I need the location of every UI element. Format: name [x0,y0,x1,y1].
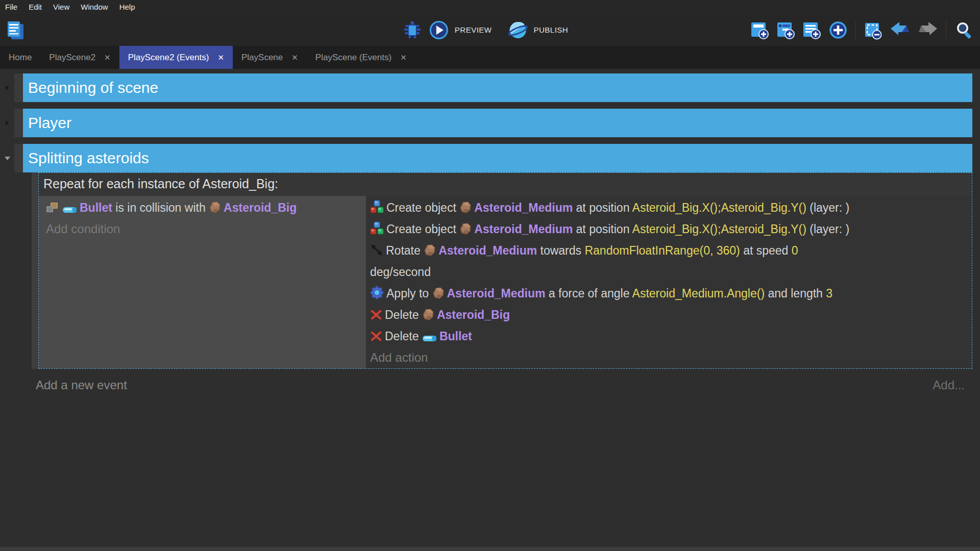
text-segment: Asteroid_Medium [474,201,573,214]
toolbar-left [0,19,27,41]
text-segment: Asteroid_Medium [438,244,537,257]
text-segment: a force of angle [545,287,632,300]
text-segment: (layer: ) [806,201,849,214]
text-segment: Apply to [386,287,432,300]
menu-item-file[interactable]: File [5,2,23,12]
collision-icon [46,202,60,214]
text-segment: Asteroid_Big [437,308,510,321]
text-segment: Create object [386,201,459,214]
action-row[interactable]: Delete Asteroid_Big [366,304,972,325]
group-indent [14,109,23,137]
redo-icon[interactable] [916,19,940,41]
triangle-down-icon[interactable] [0,144,14,172]
publish-globe-icon[interactable] [506,19,529,41]
close-icon[interactable]: ✕ [104,54,111,61]
add-action-button[interactable]: Add action [366,347,972,368]
repeat-event-selected[interactable]: Repeat for each instance of Asteroid_Big… [38,172,972,369]
tab-playscene-events[interactable]: PlayScene (Events)✕ [307,46,415,69]
tab-home[interactable]: Home [0,46,40,69]
text-segment: Create object [386,222,459,236]
rotate-icon [370,243,383,257]
add-dropdown-button[interactable]: Add... [933,378,965,392]
events-footer: Add a new event Add... [0,378,972,392]
text-segment: Bullet [80,201,112,214]
toolbar-separator [946,21,946,39]
add-event-icon[interactable] [749,19,770,41]
tab-playscene[interactable]: PlayScene✕ [233,46,307,69]
text-segment: (layer: ) [806,222,849,236]
text-segment: at speed [740,244,792,257]
menu-item-view[interactable]: View [47,2,75,12]
search-icon[interactable] [952,19,976,41]
text-segment: Asteroid_Medium.Angle() [632,287,765,300]
create-icon [370,200,384,214]
preview-button[interactable]: PREVIEW [455,26,492,34]
condition-row[interactable]: Bullet is in collision with Asteroid_Big [39,197,366,218]
debug-icon[interactable] [402,19,423,41]
add-circle-icon[interactable] [827,19,849,41]
action-row[interactable]: Rotate Asteroid_Medium towards RandomFlo… [366,240,972,283]
text-segment: at position [573,222,632,236]
bullet-icon [62,206,77,214]
asteroid-icon [432,287,445,299]
toolbar-separator [855,21,856,39]
group-bar-title[interactable]: Beginning of scene [23,73,972,102]
add-condition-button[interactable]: Add condition [39,218,366,240]
repeat-event-body: Bullet is in collision with Asteroid_Big… [39,196,972,368]
triangle-right-icon[interactable] [0,109,14,137]
group-indent [14,144,23,172]
tab-playscene2-events[interactable]: PlayScene2 (Events)✕ [119,46,233,69]
action-row[interactable]: Create object Asteroid_Medium at positio… [366,197,972,218]
repeat-event-header[interactable]: Repeat for each instance of Asteroid_Big… [39,173,972,196]
menu-item-help[interactable]: Help [114,2,141,12]
tab-label: PlayScene (Events) [315,53,391,63]
triangle-right-icon[interactable] [0,73,14,102]
group-bar-title[interactable]: Player [23,109,972,137]
conditions-column: Bullet is in collision with Asteroid_Big… [39,196,366,368]
add-new-event-button[interactable]: Add a new event [36,378,127,392]
asteroid-icon [422,309,434,321]
publish-button[interactable]: PUBLISH [533,26,568,34]
menu-item-edit[interactable]: Edit [23,2,47,12]
text-segment: 0 [792,244,798,257]
text-segment: at position [573,201,632,214]
toolbar: PREVIEW PUBLISH [0,14,980,46]
event-group-splitting-asteroids: Splitting asteroids [0,144,972,172]
menu-item-window[interactable]: Window [75,2,113,12]
close-icon[interactable]: ✕ [217,54,224,61]
actions-column: Create object Asteroid_Medium at positio… [366,196,972,368]
text-segment: Bullet [439,330,472,343]
text-segment: Asteroid_Medium [474,222,573,236]
add-subevent-icon[interactable] [775,19,796,41]
tab-playscene2[interactable]: PlayScene2✕ [40,46,119,69]
action-row[interactable]: Create object Asteroid_Medium at positio… [366,218,972,240]
text-segment: Asteroid_Big.X();Asteroid_Big.Y() [632,201,806,214]
action-row[interactable]: Apply to Asteroid_Medium a force of angl… [366,283,972,304]
force-icon [370,286,384,299]
asteroid-icon [424,244,436,257]
group-bar-title[interactable]: Splitting asteroids [23,144,972,172]
text-segment: Asteroid_Medium [447,287,546,300]
tab-label: PlayScene [241,53,283,63]
text-segment: Delete [385,330,422,343]
toolbar-center: PREVIEW PUBLISH [402,19,578,41]
horizontal-scrollbar[interactable] [0,547,980,551]
create-icon [370,221,384,235]
asteroid-icon [459,223,472,235]
preview-play-icon[interactable] [428,19,450,41]
bullet-icon [422,335,437,342]
undo-icon[interactable] [888,19,912,41]
project-manager-icon[interactable] [4,19,27,41]
action-row[interactable]: Delete Bullet [366,325,972,347]
text-segment: RandomFloatInRange(0, 360) [584,244,740,257]
close-icon[interactable]: ✕ [291,54,298,61]
tab-label: Home [9,53,32,63]
asteroid-icon [209,202,221,214]
delete-icon [370,330,382,342]
toolbar-right [749,19,980,41]
close-icon[interactable]: ✕ [400,54,407,61]
remove-selection-icon[interactable] [862,19,884,41]
text-segment: Delete [385,308,422,321]
asteroid-icon [459,202,472,214]
add-comment-icon[interactable] [801,19,822,41]
